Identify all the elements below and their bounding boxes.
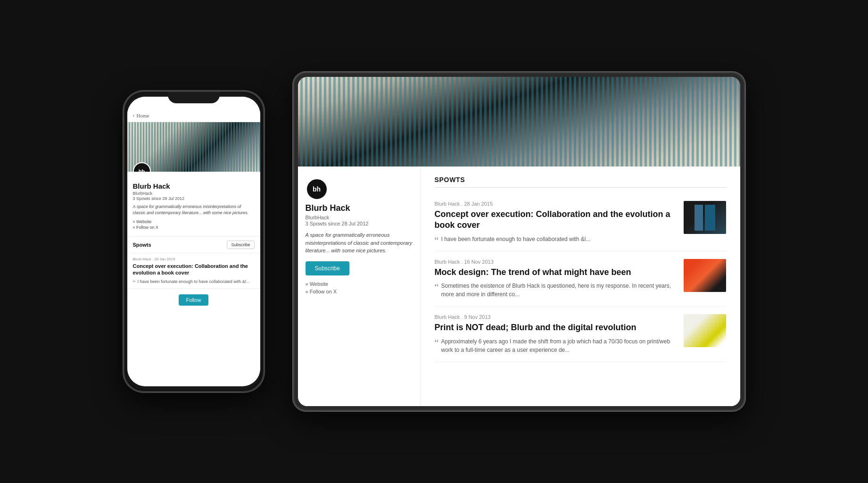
tablet-hero-stripes [298,77,740,167]
tablet-article-3-thumbnail [684,314,726,347]
tablet-avatar-area: bh [298,167,420,190]
phone-profile-handle: BlurbHack [133,191,255,196]
tablet-subscribe-button[interactable]: Subscribe [306,261,349,275]
tablet-article-1-title: Concept over execution: Collaboration an… [435,209,676,231]
phone-device: ‹ Home bh Blurb Hack BlurbHack [123,91,265,392]
tablet-article-2-excerpt: Sometimes the existence of Blurb Hack is… [435,282,676,299]
tablet-profile-name: Blurb Hack [306,203,413,213]
tablet-website-link[interactable]: » Website [306,281,413,287]
tablet-profile-bio: A space for grammatically erroneous misi… [306,231,413,255]
tablet-follow-link[interactable]: » Follow on X [306,289,413,294]
phone-profile-bio: A space for grammatically erroneous misi… [133,204,255,216]
phone-screen: ‹ Home bh Blurb Hack BlurbHack [127,97,260,386]
phone-content: ‹ Home bh Blurb Hack BlurbHack [127,97,260,386]
tablet-main-content: Spowts Blurb Hack . 28 Jan 2015 Concept … [421,167,740,406]
tablet-profile-section: Blurb Hack BlurbHack 3 Spowts since 28 J… [298,190,420,302]
thumb-book1-image [684,201,726,234]
book-spine-1 [694,205,703,231]
book-spine-2 [705,205,715,231]
tablet-article-3-meta: Blurb Hack . 9 Nov 2013 [435,314,676,320]
phone-subscribe-button[interactable]: Subscribe [227,241,254,249]
tablet-sidebar: bh Blurb Hack BlurbHack 3 Spowts since 2… [298,167,421,406]
phone-profile-name: Blurb Hack [133,182,255,190]
tablet-article-1-thumbnail [684,201,726,234]
back-chevron-icon: ‹ [133,112,135,119]
phone-notch [168,92,220,103]
phone-article-1-title: Concept over execution: Collaboration an… [133,263,255,276]
tablet-article-2-meta: Blurb Hack . 16 Nov 2013 [435,259,676,265]
tablet-top-hero [298,77,740,167]
phone-follow-button[interactable]: Follow [179,294,209,306]
thumb-book2-image [684,259,726,292]
phone-follow-link[interactable]: » Follow on X [133,225,255,230]
tablet-body: bh Blurb Hack BlurbHack 3 Spowts since 2… [298,167,740,406]
tablet-spowts-heading: Spowts [435,176,726,188]
tablet-article-3[interactable]: Blurb Hack . 9 Nov 2013 Print is NOT dea… [435,307,726,362]
tablet-profile-handle: BlurbHack [306,215,413,220]
tablet-article-1-excerpt: I have been fortunate enough to have col… [435,235,676,243]
thumb-book3-image [684,314,726,347]
tablet-avatar: bh [306,178,328,200]
phone-hero-image: bh [127,122,260,172]
phone-spowts-bar: Spowts Subscribe [127,236,260,253]
tablet-article-2-thumbnail [684,259,726,292]
tablet-article-3-body: Blurb Hack . 9 Nov 2013 Print is NOT dea… [435,314,676,354]
phone-profile-since: 3 Spowts since 28 Jul 2012 [133,196,255,201]
phone-article-1-excerpt: I have been fortunate enough to have col… [133,279,255,285]
phone-article-1[interactable]: Blurb Hack . 28 Jan 2015 Concept over ex… [127,253,260,289]
tablet-screen: bh Blurb Hack BlurbHack 3 Spowts since 2… [298,77,740,406]
scene: ‹ Home bh Blurb Hack BlurbHack [0,0,868,483]
tablet-device: bh Blurb Hack BlurbHack 3 Spowts since 2… [293,72,745,411]
tablet-article-2-body: Blurb Hack . 16 Nov 2013 Mock design: Th… [435,259,676,299]
phone-article-1-meta: Blurb Hack . 28 Jan 2015 [133,257,255,261]
tablet-article-1-meta: Blurb Hack . 28 Jan 2015 [435,201,676,207]
tablet-article-1[interactable]: Blurb Hack . 28 Jan 2015 Concept over ex… [435,193,726,251]
tablet-hero-background [298,77,740,167]
phone-spowts-label: Spowts [133,242,151,248]
tablet-article-2[interactable]: Blurb Hack . 16 Nov 2013 Mock design: Th… [435,251,726,307]
tablet-profile-since: 3 Spowts since 28 Jul 2012 [306,221,413,226]
phone-nav-bar[interactable]: ‹ Home [127,110,260,122]
tablet-article-3-excerpt: Approximately 6 years ago I made the shi… [435,337,676,354]
phone-website-link[interactable]: » Website [133,219,255,224]
tablet-frame: bh Blurb Hack BlurbHack 3 Spowts since 2… [293,72,745,411]
phone-nav-back-label[interactable]: Home [137,113,149,118]
phone-profile-section: Blurb Hack BlurbHack 3 Spowts since 28 J… [127,172,260,234]
tablet-article-3-title: Print is NOT dead; Blurb and the digital… [435,322,676,333]
tablet-article-1-body: Blurb Hack . 28 Jan 2015 Concept over ex… [435,201,676,243]
tablet-layout: bh Blurb Hack BlurbHack 3 Spowts since 2… [298,77,740,406]
tablet-article-2-title: Mock design: The trend of what might hav… [435,267,676,278]
phone-frame: ‹ Home bh Blurb Hack BlurbHack [123,91,265,392]
